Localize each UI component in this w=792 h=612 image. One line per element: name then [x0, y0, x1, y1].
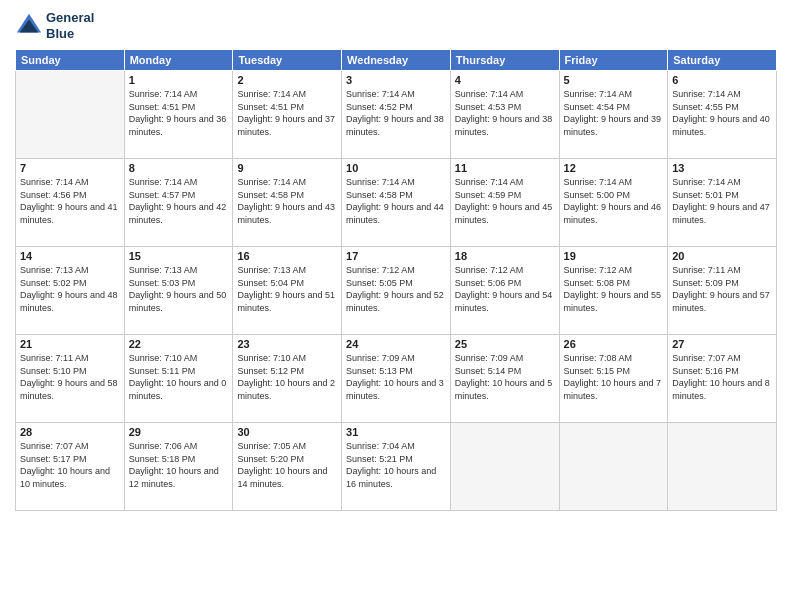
calendar-cell: 7Sunrise: 7:14 AM Sunset: 4:56 PM Daylig…	[16, 159, 125, 247]
day-number: 29	[129, 426, 229, 438]
day-info: Sunrise: 7:14 AM Sunset: 4:53 PM Dayligh…	[455, 88, 555, 138]
day-number: 27	[672, 338, 772, 350]
calendar-cell	[559, 423, 668, 511]
logo: General Blue	[15, 10, 94, 41]
day-number: 26	[564, 338, 664, 350]
calendar-cell: 29Sunrise: 7:06 AM Sunset: 5:18 PM Dayli…	[124, 423, 233, 511]
day-info: Sunrise: 7:05 AM Sunset: 5:20 PM Dayligh…	[237, 440, 337, 490]
day-info: Sunrise: 7:14 AM Sunset: 4:52 PM Dayligh…	[346, 88, 446, 138]
calendar-header-thursday: Thursday	[450, 50, 559, 71]
day-info: Sunrise: 7:10 AM Sunset: 5:12 PM Dayligh…	[237, 352, 337, 402]
day-number: 16	[237, 250, 337, 262]
day-number: 14	[20, 250, 120, 262]
calendar-table: SundayMondayTuesdayWednesdayThursdayFrid…	[15, 49, 777, 511]
day-info: Sunrise: 7:14 AM Sunset: 4:51 PM Dayligh…	[237, 88, 337, 138]
page: General Blue SundayMondayTuesdayWednesda…	[0, 0, 792, 612]
day-info: Sunrise: 7:14 AM Sunset: 5:01 PM Dayligh…	[672, 176, 772, 226]
logo-text: General Blue	[46, 10, 94, 41]
day-info: Sunrise: 7:13 AM Sunset: 5:02 PM Dayligh…	[20, 264, 120, 314]
day-number: 11	[455, 162, 555, 174]
calendar-header-row: SundayMondayTuesdayWednesdayThursdayFrid…	[16, 50, 777, 71]
calendar-header-sunday: Sunday	[16, 50, 125, 71]
day-number: 17	[346, 250, 446, 262]
day-number: 13	[672, 162, 772, 174]
day-info: Sunrise: 7:14 AM Sunset: 4:56 PM Dayligh…	[20, 176, 120, 226]
day-info: Sunrise: 7:14 AM Sunset: 4:58 PM Dayligh…	[346, 176, 446, 226]
day-info: Sunrise: 7:13 AM Sunset: 5:04 PM Dayligh…	[237, 264, 337, 314]
day-number: 5	[564, 74, 664, 86]
day-number: 30	[237, 426, 337, 438]
calendar-cell: 5Sunrise: 7:14 AM Sunset: 4:54 PM Daylig…	[559, 71, 668, 159]
day-number: 23	[237, 338, 337, 350]
calendar-week-4: 21Sunrise: 7:11 AM Sunset: 5:10 PM Dayli…	[16, 335, 777, 423]
day-info: Sunrise: 7:10 AM Sunset: 5:11 PM Dayligh…	[129, 352, 229, 402]
day-info: Sunrise: 7:06 AM Sunset: 5:18 PM Dayligh…	[129, 440, 229, 490]
calendar-cell: 8Sunrise: 7:14 AM Sunset: 4:57 PM Daylig…	[124, 159, 233, 247]
calendar-cell: 21Sunrise: 7:11 AM Sunset: 5:10 PM Dayli…	[16, 335, 125, 423]
calendar-week-5: 28Sunrise: 7:07 AM Sunset: 5:17 PM Dayli…	[16, 423, 777, 511]
calendar-cell: 14Sunrise: 7:13 AM Sunset: 5:02 PM Dayli…	[16, 247, 125, 335]
day-info: Sunrise: 7:11 AM Sunset: 5:09 PM Dayligh…	[672, 264, 772, 314]
calendar-cell: 26Sunrise: 7:08 AM Sunset: 5:15 PM Dayli…	[559, 335, 668, 423]
calendar-cell: 9Sunrise: 7:14 AM Sunset: 4:58 PM Daylig…	[233, 159, 342, 247]
calendar-cell: 31Sunrise: 7:04 AM Sunset: 5:21 PM Dayli…	[342, 423, 451, 511]
day-number: 19	[564, 250, 664, 262]
day-number: 12	[564, 162, 664, 174]
calendar-cell: 17Sunrise: 7:12 AM Sunset: 5:05 PM Dayli…	[342, 247, 451, 335]
day-info: Sunrise: 7:12 AM Sunset: 5:08 PM Dayligh…	[564, 264, 664, 314]
day-number: 25	[455, 338, 555, 350]
day-number: 7	[20, 162, 120, 174]
day-number: 21	[20, 338, 120, 350]
day-info: Sunrise: 7:04 AM Sunset: 5:21 PM Dayligh…	[346, 440, 446, 490]
day-number: 4	[455, 74, 555, 86]
calendar-cell: 10Sunrise: 7:14 AM Sunset: 4:58 PM Dayli…	[342, 159, 451, 247]
day-number: 15	[129, 250, 229, 262]
calendar-header-tuesday: Tuesday	[233, 50, 342, 71]
calendar-cell: 18Sunrise: 7:12 AM Sunset: 5:06 PM Dayli…	[450, 247, 559, 335]
calendar-cell: 3Sunrise: 7:14 AM Sunset: 4:52 PM Daylig…	[342, 71, 451, 159]
day-number: 20	[672, 250, 772, 262]
calendar-cell: 1Sunrise: 7:14 AM Sunset: 4:51 PM Daylig…	[124, 71, 233, 159]
calendar-cell: 16Sunrise: 7:13 AM Sunset: 5:04 PM Dayli…	[233, 247, 342, 335]
day-info: Sunrise: 7:14 AM Sunset: 4:54 PM Dayligh…	[564, 88, 664, 138]
day-number: 9	[237, 162, 337, 174]
calendar-header-wednesday: Wednesday	[342, 50, 451, 71]
day-number: 22	[129, 338, 229, 350]
day-number: 3	[346, 74, 446, 86]
calendar-header-saturday: Saturday	[668, 50, 777, 71]
calendar-cell: 12Sunrise: 7:14 AM Sunset: 5:00 PM Dayli…	[559, 159, 668, 247]
day-number: 31	[346, 426, 446, 438]
day-number: 10	[346, 162, 446, 174]
day-info: Sunrise: 7:14 AM Sunset: 4:55 PM Dayligh…	[672, 88, 772, 138]
day-info: Sunrise: 7:11 AM Sunset: 5:10 PM Dayligh…	[20, 352, 120, 402]
calendar-cell: 22Sunrise: 7:10 AM Sunset: 5:11 PM Dayli…	[124, 335, 233, 423]
day-info: Sunrise: 7:14 AM Sunset: 4:58 PM Dayligh…	[237, 176, 337, 226]
calendar-cell: 15Sunrise: 7:13 AM Sunset: 5:03 PM Dayli…	[124, 247, 233, 335]
calendar-cell: 24Sunrise: 7:09 AM Sunset: 5:13 PM Dayli…	[342, 335, 451, 423]
day-info: Sunrise: 7:14 AM Sunset: 4:59 PM Dayligh…	[455, 176, 555, 226]
day-info: Sunrise: 7:13 AM Sunset: 5:03 PM Dayligh…	[129, 264, 229, 314]
calendar-cell: 23Sunrise: 7:10 AM Sunset: 5:12 PM Dayli…	[233, 335, 342, 423]
day-info: Sunrise: 7:08 AM Sunset: 5:15 PM Dayligh…	[564, 352, 664, 402]
day-number: 18	[455, 250, 555, 262]
logo-icon	[15, 12, 43, 40]
calendar-cell: 28Sunrise: 7:07 AM Sunset: 5:17 PM Dayli…	[16, 423, 125, 511]
calendar-week-1: 1Sunrise: 7:14 AM Sunset: 4:51 PM Daylig…	[16, 71, 777, 159]
calendar-cell: 2Sunrise: 7:14 AM Sunset: 4:51 PM Daylig…	[233, 71, 342, 159]
calendar-header-friday: Friday	[559, 50, 668, 71]
calendar-cell: 11Sunrise: 7:14 AM Sunset: 4:59 PM Dayli…	[450, 159, 559, 247]
day-info: Sunrise: 7:12 AM Sunset: 5:05 PM Dayligh…	[346, 264, 446, 314]
day-number: 28	[20, 426, 120, 438]
day-info: Sunrise: 7:07 AM Sunset: 5:16 PM Dayligh…	[672, 352, 772, 402]
calendar-cell: 4Sunrise: 7:14 AM Sunset: 4:53 PM Daylig…	[450, 71, 559, 159]
day-info: Sunrise: 7:09 AM Sunset: 5:13 PM Dayligh…	[346, 352, 446, 402]
calendar-cell	[668, 423, 777, 511]
day-number: 1	[129, 74, 229, 86]
calendar-header-monday: Monday	[124, 50, 233, 71]
day-number: 8	[129, 162, 229, 174]
calendar-cell	[16, 71, 125, 159]
day-info: Sunrise: 7:12 AM Sunset: 5:06 PM Dayligh…	[455, 264, 555, 314]
calendar-cell: 19Sunrise: 7:12 AM Sunset: 5:08 PM Dayli…	[559, 247, 668, 335]
calendar-cell	[450, 423, 559, 511]
calendar-cell: 6Sunrise: 7:14 AM Sunset: 4:55 PM Daylig…	[668, 71, 777, 159]
